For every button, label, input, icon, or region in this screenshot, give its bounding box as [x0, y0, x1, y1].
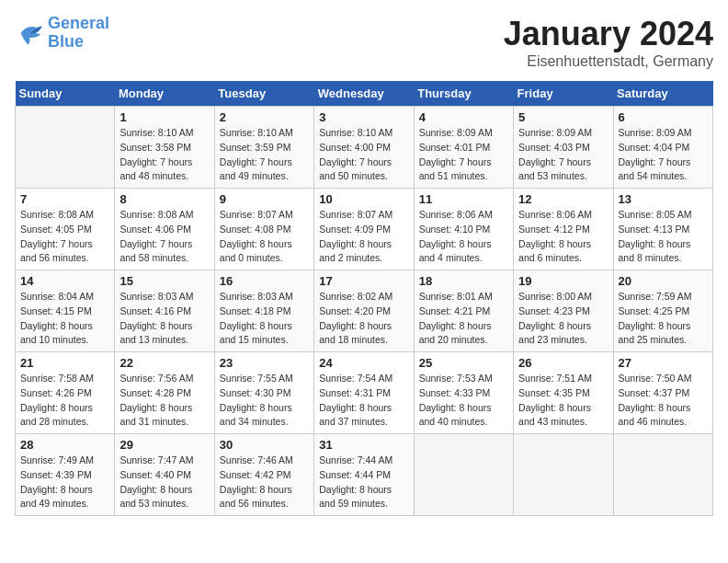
calendar-cell: 27Sunrise: 7:50 AMSunset: 4:37 PMDayligh… — [613, 352, 712, 434]
day-detail: Sunrise: 7:55 AMSunset: 4:30 PMDaylight:… — [220, 372, 309, 430]
calendar-cell: 13Sunrise: 8:05 AMSunset: 4:13 PMDayligh… — [613, 189, 712, 270]
day-detail: Sunrise: 7:51 AMSunset: 4:35 PMDaylight:… — [518, 372, 608, 430]
day-number: 14 — [20, 274, 109, 288]
day-detail: Sunrise: 8:03 AMSunset: 4:16 PMDaylight:… — [119, 290, 209, 348]
calendar-cell: 5Sunrise: 8:09 AMSunset: 4:03 PMDaylight… — [514, 107, 613, 189]
calendar-cell: 31Sunrise: 7:44 AMSunset: 4:44 PMDayligh… — [314, 434, 414, 516]
day-number: 13 — [619, 192, 708, 206]
logo-icon — [15, 20, 44, 46]
page-header: General Blue January 2024 Eisenhuettenst… — [15, 15, 713, 70]
day-number: 10 — [319, 192, 408, 206]
calendar-cell: 22Sunrise: 7:56 AMSunset: 4:28 PMDayligh… — [115, 352, 214, 434]
day-number: 11 — [419, 192, 508, 206]
day-detail: Sunrise: 8:10 AMSunset: 3:58 PMDaylight:… — [119, 126, 209, 184]
day-detail: Sunrise: 8:03 AMSunset: 4:18 PMDaylight:… — [220, 290, 309, 348]
day-number: 29 — [119, 438, 209, 452]
day-detail: Sunrise: 8:10 AMSunset: 3:59 PMDaylight:… — [220, 126, 309, 184]
calendar-cell: 1Sunrise: 8:10 AMSunset: 3:58 PMDaylight… — [115, 107, 214, 189]
day-number: 8 — [119, 192, 209, 206]
calendar-cell: 12Sunrise: 8:06 AMSunset: 4:12 PMDayligh… — [514, 189, 613, 270]
calendar-cell: 28Sunrise: 7:49 AMSunset: 4:39 PMDayligh… — [16, 434, 115, 516]
calendar-cell: 30Sunrise: 7:46 AMSunset: 4:42 PMDayligh… — [214, 434, 313, 516]
week-row-5: 28Sunrise: 7:49 AMSunset: 4:39 PMDayligh… — [16, 434, 713, 516]
day-number: 26 — [518, 356, 608, 370]
day-number: 16 — [220, 274, 309, 288]
day-number: 31 — [319, 438, 408, 452]
weekday-header-monday: Monday — [115, 81, 214, 107]
day-number: 22 — [119, 356, 209, 370]
day-detail: Sunrise: 8:09 AMSunset: 4:04 PMDaylight:… — [619, 126, 708, 184]
day-number: 3 — [319, 110, 408, 124]
location: Eisenhuettenstadt, Germany — [504, 53, 713, 70]
weekday-header-saturday: Saturday — [613, 81, 712, 107]
calendar-cell: 14Sunrise: 8:04 AMSunset: 4:15 PMDayligh… — [16, 270, 115, 352]
calendar-cell: 23Sunrise: 7:55 AMSunset: 4:30 PMDayligh… — [214, 352, 313, 434]
day-number: 1 — [119, 110, 209, 124]
calendar-cell: 26Sunrise: 7:51 AMSunset: 4:35 PMDayligh… — [514, 352, 613, 434]
day-detail: Sunrise: 7:56 AMSunset: 4:28 PMDaylight:… — [119, 372, 209, 430]
day-number: 27 — [619, 356, 708, 370]
calendar-cell — [514, 434, 613, 516]
week-row-4: 21Sunrise: 7:58 AMSunset: 4:26 PMDayligh… — [16, 352, 713, 434]
calendar-cell: 3Sunrise: 8:10 AMSunset: 4:00 PMDaylight… — [314, 107, 414, 189]
calendar-cell: 25Sunrise: 7:53 AMSunset: 4:33 PMDayligh… — [414, 352, 513, 434]
day-detail: Sunrise: 7:58 AMSunset: 4:26 PMDaylight:… — [20, 372, 109, 430]
calendar-cell: 11Sunrise: 8:06 AMSunset: 4:10 PMDayligh… — [414, 189, 513, 270]
day-number: 4 — [419, 110, 508, 124]
day-detail: Sunrise: 8:09 AMSunset: 4:03 PMDaylight:… — [518, 126, 608, 184]
calendar-cell: 29Sunrise: 7:47 AMSunset: 4:40 PMDayligh… — [115, 434, 214, 516]
day-number: 23 — [220, 356, 309, 370]
calendar-cell: 18Sunrise: 8:01 AMSunset: 4:21 PMDayligh… — [414, 270, 513, 352]
day-number: 19 — [518, 274, 608, 288]
day-detail: Sunrise: 8:10 AMSunset: 4:00 PMDaylight:… — [319, 126, 408, 184]
day-number: 18 — [419, 274, 508, 288]
weekday-header-thursday: Thursday — [414, 81, 513, 107]
calendar-table: SundayMondayTuesdayWednesdayThursdayFrid… — [15, 81, 713, 516]
month-title: January 2024 — [504, 15, 713, 53]
day-detail: Sunrise: 7:54 AMSunset: 4:31 PMDaylight:… — [319, 372, 408, 430]
calendar-cell: 21Sunrise: 7:58 AMSunset: 4:26 PMDayligh… — [16, 352, 115, 434]
day-number: 21 — [20, 356, 109, 370]
day-number: 15 — [119, 274, 209, 288]
calendar-cell — [613, 434, 712, 516]
day-detail: Sunrise: 7:53 AMSunset: 4:33 PMDaylight:… — [419, 372, 508, 430]
day-detail: Sunrise: 8:09 AMSunset: 4:01 PMDaylight:… — [419, 126, 508, 184]
weekday-header-sunday: Sunday — [16, 81, 115, 107]
day-number: 30 — [220, 438, 309, 452]
calendar-cell: 20Sunrise: 7:59 AMSunset: 4:25 PMDayligh… — [613, 270, 712, 352]
calendar-cell: 15Sunrise: 8:03 AMSunset: 4:16 PMDayligh… — [115, 270, 214, 352]
weekday-header-tuesday: Tuesday — [214, 81, 313, 107]
day-number: 6 — [619, 110, 708, 124]
calendar-cell: 7Sunrise: 8:08 AMSunset: 4:05 PMDaylight… — [16, 189, 115, 270]
day-number: 5 — [518, 110, 608, 124]
calendar-cell: 17Sunrise: 8:02 AMSunset: 4:20 PMDayligh… — [314, 270, 414, 352]
calendar-cell: 6Sunrise: 8:09 AMSunset: 4:04 PMDaylight… — [613, 107, 712, 189]
day-detail: Sunrise: 8:06 AMSunset: 4:10 PMDaylight:… — [419, 208, 508, 266]
calendar-body: 1Sunrise: 8:10 AMSunset: 3:58 PMDaylight… — [16, 107, 713, 516]
week-row-2: 7Sunrise: 8:08 AMSunset: 4:05 PMDaylight… — [16, 189, 713, 270]
calendar-cell: 8Sunrise: 8:08 AMSunset: 4:06 PMDaylight… — [115, 189, 214, 270]
day-detail: Sunrise: 8:02 AMSunset: 4:20 PMDaylight:… — [319, 290, 408, 348]
day-detail: Sunrise: 8:06 AMSunset: 4:12 PMDaylight:… — [518, 208, 608, 266]
day-detail: Sunrise: 8:01 AMSunset: 4:21 PMDaylight:… — [419, 290, 508, 348]
logo: General Blue — [15, 15, 109, 52]
day-detail: Sunrise: 8:07 AMSunset: 4:09 PMDaylight:… — [319, 208, 408, 266]
day-number: 20 — [619, 274, 708, 288]
day-number: 9 — [220, 192, 309, 206]
calendar-cell: 24Sunrise: 7:54 AMSunset: 4:31 PMDayligh… — [314, 352, 414, 434]
day-detail: Sunrise: 8:08 AMSunset: 4:05 PMDaylight:… — [20, 208, 109, 266]
day-detail: Sunrise: 7:50 AMSunset: 4:37 PMDaylight:… — [619, 372, 708, 430]
calendar-cell: 9Sunrise: 8:07 AMSunset: 4:08 PMDaylight… — [214, 189, 313, 270]
day-number: 24 — [319, 356, 408, 370]
day-detail: Sunrise: 7:47 AMSunset: 4:40 PMDaylight:… — [119, 454, 209, 511]
calendar-cell: 4Sunrise: 8:09 AMSunset: 4:01 PMDaylight… — [414, 107, 513, 189]
calendar-cell — [16, 107, 115, 189]
calendar-cell: 2Sunrise: 8:10 AMSunset: 3:59 PMDaylight… — [214, 107, 313, 189]
weekday-header-friday: Friday — [514, 81, 613, 107]
week-row-1: 1Sunrise: 8:10 AMSunset: 3:58 PMDaylight… — [16, 107, 713, 189]
day-number: 12 — [518, 192, 608, 206]
day-detail: Sunrise: 7:49 AMSunset: 4:39 PMDaylight:… — [20, 454, 109, 511]
day-detail: Sunrise: 7:44 AMSunset: 4:44 PMDaylight:… — [319, 454, 408, 511]
calendar-cell — [414, 434, 513, 516]
day-detail: Sunrise: 8:07 AMSunset: 4:08 PMDaylight:… — [220, 208, 309, 266]
